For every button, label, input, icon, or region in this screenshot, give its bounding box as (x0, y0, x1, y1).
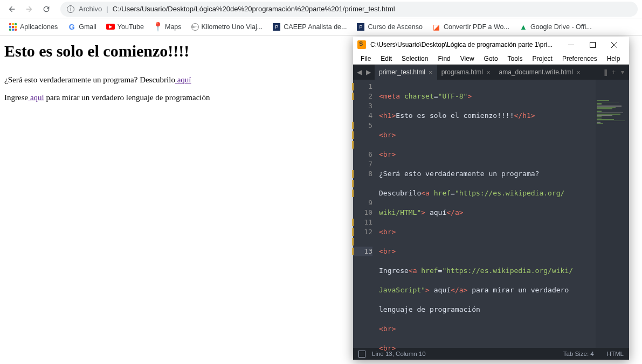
back-button[interactable] (4, 2, 19, 17)
maps-icon: 📍 (154, 23, 162, 31)
sublime-icon (357, 40, 366, 49)
address-bar[interactable]: i Archivo | C:/Users/Usuario/Desktop/Lóg… (60, 2, 638, 17)
menu-project[interactable]: Project (528, 54, 557, 64)
menu-goto[interactable]: Goto (480, 54, 502, 64)
close-icon[interactable]: × (429, 68, 433, 76)
tab-menu-icon[interactable]: ▾ (619, 68, 626, 76)
bookmark-curso[interactable]: PCurso de Ascenso (353, 20, 425, 33)
menu-view[interactable]: View (456, 54, 479, 64)
url-text: C:/Users/Usuario/Desktop/Lógica%20de%20p… (113, 5, 395, 13)
minimap[interactable] (596, 80, 629, 348)
window-title: C:\Users\Usuario\Desktop\Lógica de progr… (370, 41, 560, 48)
tab-ama-document[interactable]: ama_document.write.html× (495, 65, 585, 80)
reload-button[interactable] (39, 2, 54, 17)
tab-next-icon[interactable]: ▶ (364, 68, 372, 76)
url-label: Archivo (79, 5, 102, 13)
forward-button[interactable] (22, 2, 37, 17)
bookmark-apps[interactable]: Aplicaciones (5, 20, 61, 33)
curso-icon: P (356, 23, 365, 31)
tab-programa[interactable]: programa.html× (437, 65, 495, 80)
bookmark-pdf[interactable]: ◪Convertir PDF a Wo... (429, 20, 513, 33)
svg-rect-0 (590, 42, 595, 47)
close-icon[interactable]: × (486, 68, 491, 76)
link-aqui-1[interactable]: aquí (175, 75, 191, 84)
menu-file[interactable]: File (356, 54, 375, 64)
info-icon: i (67, 5, 74, 13)
bookmark-gmail[interactable]: GGmail (64, 20, 100, 33)
bookmark-kilometro[interactable]: kmKilometro Uno Viaj... (188, 21, 266, 33)
sublime-titlebar[interactable]: C:\Users\Usuario\Desktop\Lógica de progr… (353, 37, 629, 53)
km-icon: km (191, 23, 199, 31)
gmail-icon: G (67, 23, 76, 31)
menu-selection[interactable]: Selection (397, 54, 432, 64)
tab-primer-test[interactable]: primer_test.html× (375, 65, 437, 80)
menu-preferences[interactable]: Preferences (558, 54, 602, 64)
menu-edit[interactable]: Edit (376, 54, 396, 64)
minimize-button[interactable] (560, 37, 582, 53)
bookmark-youtube[interactable]: ▶YouTube (103, 20, 147, 33)
menu-find[interactable]: Find (433, 54, 454, 64)
pdf-icon: ◪ (432, 23, 441, 31)
bookmark-drive[interactable]: ▲Google Drive - Offi... (516, 20, 595, 33)
drive-icon: ▲ (519, 23, 528, 31)
panel-icon[interactable] (358, 351, 365, 358)
close-button[interactable] (603, 37, 625, 53)
sublime-menubar: File Edit Selection Find View Goto Tools… (353, 53, 629, 65)
sublime-window: C:\Users\Usuario\Desktop\Lógica de progr… (353, 37, 629, 360)
bookmarks-bar: Aplicaciones GGmail ▶YouTube 📍Maps kmKil… (0, 18, 642, 36)
caeep-icon: P (272, 23, 281, 31)
code-editor[interactable]: <meta charset="UTF-8"> <h1>Esto es solo … (377, 80, 629, 348)
bookmark-caeep[interactable]: PCAEEP Analista de... (269, 20, 350, 33)
menu-tools[interactable]: Tools (503, 54, 527, 64)
tab-prev-icon[interactable]: ◀ (355, 68, 363, 76)
editor-tabs: ◀▶ primer_test.html× programa.html× ama_… (353, 65, 629, 80)
gutter: 1 2 3 4 5 6 7 8 9 10 11 12 13 (353, 80, 377, 348)
youtube-icon: ▶ (106, 23, 115, 31)
link-aqui-2[interactable]: aquí (28, 93, 44, 102)
maximize-button[interactable] (582, 37, 603, 53)
tab-scroll-icon[interactable]: |||| (603, 68, 608, 76)
close-icon[interactable]: × (576, 68, 581, 76)
new-tab-icon[interactable]: + (610, 68, 617, 76)
bookmark-maps[interactable]: 📍Maps (150, 20, 185, 33)
menu-help[interactable]: Help (603, 54, 625, 64)
